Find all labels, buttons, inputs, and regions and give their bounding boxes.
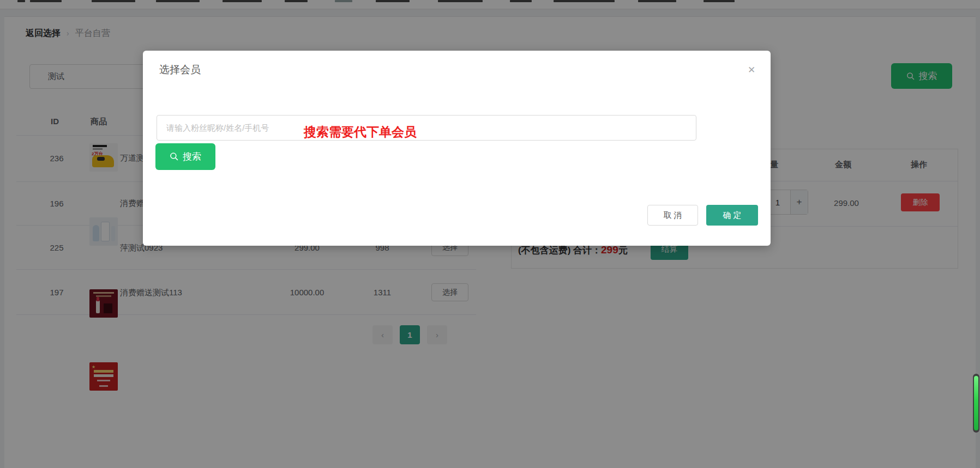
annotation-text: 搜索需要代下单会员 <box>304 124 417 141</box>
search-icon <box>170 152 179 161</box>
confirm-button[interactable]: 确 定 <box>706 205 758 226</box>
scrollbar[interactable] <box>973 374 979 433</box>
member-search-button[interactable]: 搜索 <box>155 143 215 170</box>
scrollbar-thumb[interactable] <box>974 376 978 430</box>
cancel-button[interactable]: 取 消 <box>647 205 698 226</box>
member-search-label: 搜索 <box>183 150 201 163</box>
select-member-dialog: 选择会员 ✕ 搜索需要代下单会员 搜索 取 消 确 定 <box>143 51 771 246</box>
member-search-input[interactable] <box>157 115 696 141</box>
close-icon[interactable]: ✕ <box>745 64 758 77</box>
dialog-title: 选择会员 <box>159 63 201 77</box>
